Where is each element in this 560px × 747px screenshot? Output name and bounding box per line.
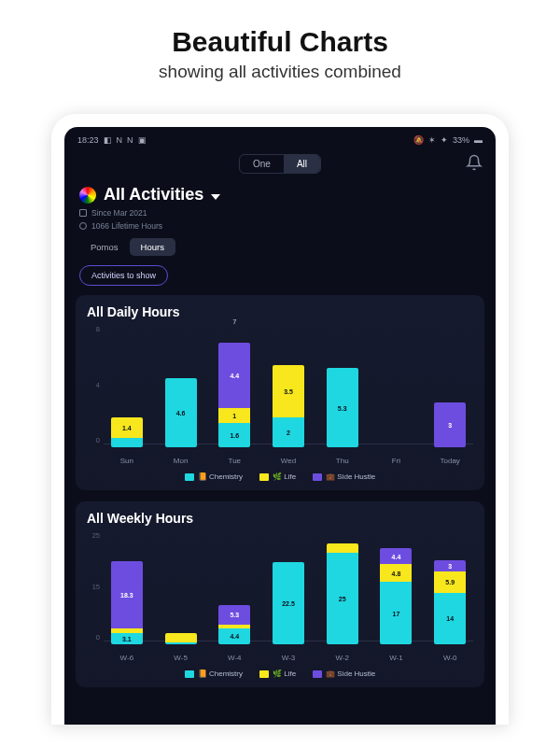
mode-pomos[interactable]: Pomos [79, 238, 130, 256]
bell-icon[interactable] [466, 154, 483, 171]
weekly-bars: 3.118.3W-6W-54.45.3W-422.5W-325W-2174.84… [104, 535, 473, 662]
top-segment: One All [76, 150, 484, 183]
status-bar: 18:23 ◧ N N ▣ 🔕 ✶ ✦ 33% ▬ [76, 134, 484, 150]
marketing-subtitle: showing all activities combined [19, 62, 541, 82]
bar-column: 71.614.4Tue [211, 329, 258, 465]
bar-segment: 5.3 [218, 605, 250, 625]
segment-value: 17 [380, 610, 412, 616]
x-axis-label: Fri [392, 457, 400, 465]
segment-value: 4.8 [380, 570, 412, 576]
silent-icon: 🔕 [413, 135, 424, 145]
weekly-legend: 📙 Chemistry 🌿 Life 💼 Side Hustle [87, 662, 473, 680]
segment-value: 4.4 [380, 553, 412, 559]
bar-stack: 3 [434, 402, 466, 447]
mode-segment: Pomos Hours [76, 233, 484, 263]
page-title: All Activities [104, 185, 203, 204]
bar-stack: 22.5 [273, 562, 304, 645]
bar-stack: 1.614.4 [218, 343, 250, 447]
bar-stack: 4.6 [165, 378, 197, 447]
page-title-row[interactable]: All Activities [76, 183, 484, 206]
daily-chart-card: All Daily Hours 8 4 0 1.4Sun4.6Mon71.614… [76, 295, 484, 490]
x-axis-label: W-2 [335, 654, 349, 662]
tab-all[interactable]: All [284, 155, 320, 173]
bar-segment: 25 [327, 553, 358, 644]
weekly-chart-area: 25 15 0 3.118.3W-6W-54.45.3W-422.5W-325W… [87, 531, 473, 662]
segment-value: 3 [434, 422, 466, 429]
lifetime-text: 1066 Lifetime Hours [91, 221, 162, 231]
signal-icon: ✦ [441, 135, 448, 145]
daily-bars: 1.4Sun4.6Mon71.614.4Tue23.5Wed5.3ThuFri3… [104, 329, 473, 465]
status-time: 18:23 [77, 135, 99, 145]
legend-label-side: 💼 Side Hustle [326, 669, 375, 678]
bar-segment: 4.6 [165, 378, 197, 447]
bar-segment: 4.8 [380, 564, 412, 582]
segment-value: 1.4 [111, 425, 143, 431]
mode-hours[interactable]: Hours [130, 238, 175, 256]
bar-stack: 4.45.3 [218, 605, 250, 644]
device-frame: 18:23 ◧ N N ▣ 🔕 ✶ ✦ 33% ▬ One All [51, 114, 509, 725]
bar-stack: 23.5 [273, 365, 304, 447]
weekly-chart-card: All Weekly Hours 25 15 0 3.118.3W-6W-54.… [76, 501, 484, 687]
status-icon: N [117, 135, 123, 145]
bar-stack: 25 [327, 543, 358, 644]
bar-segment: 17 [380, 582, 412, 644]
segment-value: 25 [327, 595, 358, 601]
bar-segment: 3.1 [111, 633, 143, 644]
legend-swatch-side [313, 473, 322, 481]
bar-segment [111, 628, 143, 633]
x-axis-label: Wed [281, 457, 296, 465]
bar-column: 3Today [427, 329, 473, 465]
bar-segment [165, 633, 197, 642]
weekly-chart-title: All Weekly Hours [87, 511, 473, 526]
bar-column: 4.6Mon [158, 329, 204, 465]
bar-column: 3.118.3W-6 [104, 535, 150, 662]
marketing-title: Beautiful Charts [19, 26, 541, 58]
since-line: Since Mar 2021 [76, 206, 484, 219]
legend-label-life: 🌿 Life [273, 669, 296, 678]
x-axis-label: W-5 [174, 654, 188, 662]
daily-chart-area: 8 4 0 1.4Sun4.6Mon71.614.4Tue23.5Wed5.3T… [87, 325, 473, 465]
rainbow-icon [79, 187, 96, 204]
bar-segment: 3.5 [273, 365, 304, 417]
camera-icon: ▣ [138, 135, 147, 145]
legend-label-side: 💼 Side Hustle [326, 472, 375, 481]
legend-swatch-life [259, 473, 269, 481]
bar-column: 5.3Thu [319, 329, 366, 465]
x-axis-label: W-6 [120, 654, 134, 662]
bar-segment: 5.3 [327, 368, 358, 447]
app-screen: 18:23 ◧ N N ▣ 🔕 ✶ ✦ 33% ▬ One All [64, 127, 496, 725]
daily-chart-title: All Daily Hours [87, 304, 473, 319]
bar-segment: 22.5 [273, 562, 304, 645]
legend-label-chemistry: 📙 Chemistry [198, 472, 243, 481]
bar-segment [218, 625, 250, 628]
bar-stack: 5.3 [327, 368, 358, 447]
bar-segment: 4.4 [218, 343, 250, 408]
bar-column: W-5 [158, 535, 204, 662]
bar-column: 145.93W-0 [427, 535, 473, 662]
bar-segment: 5.9 [434, 571, 466, 593]
bar-stack [165, 633, 197, 644]
bar-segment: 4.4 [380, 548, 412, 564]
segment-value: 5.3 [327, 404, 358, 411]
bar-segment: 1.6 [218, 423, 250, 447]
segment-value: 3.5 [273, 388, 304, 395]
activities-filter-pill[interactable]: Activities to show [79, 265, 168, 286]
bar-column: Fri [373, 329, 420, 465]
bar-column: 4.45.3W-4 [211, 535, 258, 662]
bar-stack: 174.84.4 [380, 548, 412, 644]
bar-column: 22.5W-3 [265, 535, 312, 662]
bar-segment: 2 [273, 417, 304, 447]
tab-one[interactable]: One [240, 155, 284, 173]
segment-value: 2 [273, 430, 304, 436]
calendar-icon [79, 209, 87, 217]
segment-value: 4.4 [218, 633, 250, 640]
bar-column: 23.5Wed [265, 329, 312, 465]
wifi-icon: ✶ [428, 135, 436, 145]
x-axis-label: W-3 [282, 654, 296, 662]
legend-swatch-chemistry [185, 670, 194, 678]
legend-swatch-life [259, 670, 269, 678]
segment-value: 1 [218, 413, 250, 419]
segment-value: 14 [434, 615, 466, 622]
segment-value: 1.6 [218, 432, 250, 439]
segment-value: 4.4 [218, 373, 250, 379]
